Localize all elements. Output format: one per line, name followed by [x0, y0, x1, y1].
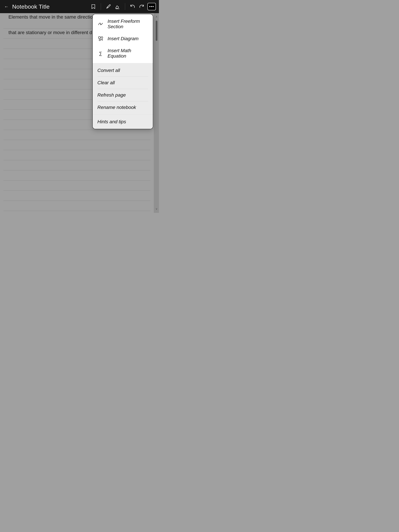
menu-divider-5	[93, 114, 153, 115]
hints-tips-item[interactable]: Hints and tips	[93, 116, 153, 128]
divider-2	[125, 3, 125, 10]
hints-tips-label: Hints and tips	[97, 119, 126, 125]
convert-all-item[interactable]: Convert all	[93, 64, 153, 76]
back-button[interactable]: ←	[3, 3, 10, 10]
rename-notebook-label: Rename notebook	[97, 105, 136, 110]
svg-rect-1	[98, 37, 100, 38]
rename-notebook-item[interactable]: Rename notebook	[93, 101, 153, 114]
dropdown-menu: Insert Freeform Section Insert Diagram ∑…	[92, 14, 153, 129]
refresh-page-item[interactable]: Refresh page	[93, 89, 153, 101]
header-left: ← Notebook Title	[3, 3, 90, 10]
freeform-icon	[97, 21, 104, 27]
clear-all-label: Clear all	[97, 80, 115, 85]
scroll-thumb[interactable]	[156, 21, 157, 41]
bookmark-icon[interactable]	[90, 3, 97, 10]
clear-all-item[interactable]: Clear all	[93, 77, 153, 89]
insert-math-item[interactable]: ∑ Insert Math Equation	[93, 45, 153, 62]
insert-diagram-label: Insert Diagram	[108, 36, 139, 41]
insert-freeform-item[interactable]: Insert Freeform Section	[93, 16, 153, 32]
undo-icon[interactable]	[129, 3, 136, 10]
menu-actions-section: Convert all Clear all Refresh page Renam…	[93, 63, 153, 129]
scroll-down-button[interactable]: ∨	[154, 205, 159, 212]
divider-1	[101, 3, 101, 10]
header-tools: •••	[90, 3, 156, 10]
math-icon: ∑	[97, 50, 104, 57]
diagram-icon	[97, 35, 104, 42]
header: ← Notebook Title	[0, 0, 159, 13]
insert-diagram-item[interactable]: Insert Diagram	[93, 32, 153, 45]
refresh-page-label: Refresh page	[97, 92, 126, 98]
svg-point-3	[99, 39, 100, 41]
insert-freeform-label: Insert Freeform Section	[108, 19, 148, 29]
convert-all-label: Convert all	[97, 68, 120, 73]
eraser-icon[interactable]	[114, 3, 121, 10]
svg-point-2	[101, 37, 103, 38]
insert-math-label: Insert Math Equation	[108, 48, 148, 59]
pen-icon[interactable]	[105, 3, 112, 10]
menu-insert-section: Insert Freeform Section Insert Diagram ∑…	[93, 14, 153, 63]
scroll-up-button[interactable]: ∧	[154, 13, 159, 20]
notebook-title: Notebook Title	[12, 3, 50, 10]
more-button[interactable]: •••	[147, 3, 156, 10]
scrollbar: ∧ ∨	[154, 13, 159, 213]
redo-icon[interactable]	[138, 3, 145, 10]
